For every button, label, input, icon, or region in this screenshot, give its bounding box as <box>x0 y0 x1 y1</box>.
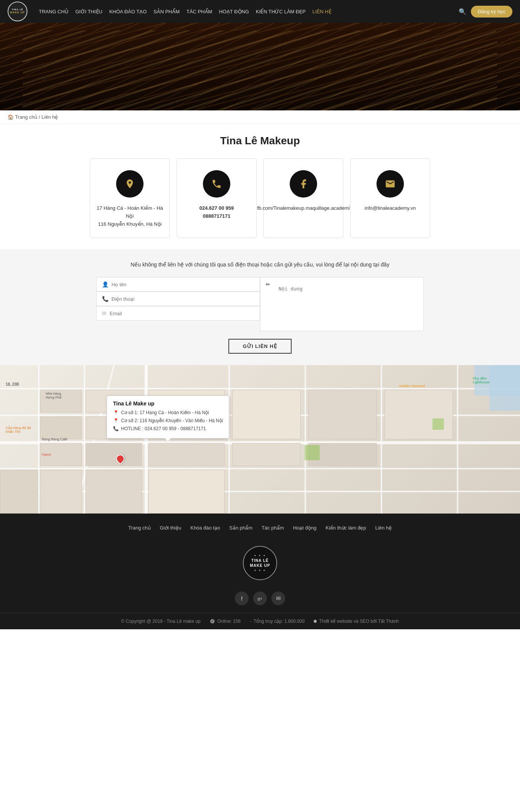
map-popup-address2: 📍 Cơ sở 2: 116 Nguyễn Khuyến - Văn Miếu … <box>113 418 223 424</box>
footer-logo-circle: ✦ ✦ ✦ TINA LÊ MAKE UP ✦ ✦ ✦ <box>243 546 277 580</box>
footer-nav-san-pham[interactable]: Sản phẩm <box>229 525 252 531</box>
map-popup-hotline: 📞 HOTLINE : 024.627 00 959 - 0888717171 <box>113 426 223 432</box>
message-icon: ✏ <box>266 281 270 287</box>
name-field: 👤 <box>96 277 260 292</box>
contact-card-phone: 024.627 00 959 0888717171 <box>177 158 257 238</box>
form-notice: Nếu không thể liên hệ với chúng tôi qua … <box>15 261 505 269</box>
breadcrumb: 🏠 Trang chủ / Liên hệ <box>0 110 520 124</box>
phone-text: 024.627 00 959 0888717171 <box>199 204 234 220</box>
logo[interactable]: TINA LÊ MAKE UP <box>8 2 27 21</box>
popup-phone-icon: 📞 <box>113 426 119 432</box>
footer: Trang chủ Giới thiệu Khóa đào tạo Sản ph… <box>0 514 520 629</box>
location-icon <box>116 170 144 198</box>
map-popup-arrow <box>165 438 171 441</box>
contact-form: 👤 📞 ✉ ✏ <box>96 277 424 331</box>
breadcrumb-current: Liên hệ <box>41 114 58 120</box>
nav-item-hoat-dong[interactable]: HOẠT ĐỘNG <box>219 9 249 14</box>
footer-nav-gioi-thieu[interactable]: Giới thiệu <box>160 525 181 531</box>
header: TINA LÊ MAKE UP TRANG CHỦ GIỚI THIỆU KHÓ… <box>0 0 520 23</box>
submit-button[interactable]: GỬI LIÊN HỆ <box>228 339 292 354</box>
email-field-icon: ✉ <box>102 310 107 316</box>
map-label-4: Reng Reng Café <box>42 437 67 441</box>
nav-item-lien-he[interactable]: LIÊN HỆ <box>313 9 332 14</box>
map-popup-address1: 📍 Cơ sở 1: 17 Hàng Cá - Hoàn Kiếm - Hà N… <box>113 410 223 416</box>
breadcrumb-separator: / <box>39 114 41 120</box>
name-input[interactable] <box>112 282 254 287</box>
main-nav: TRANG CHỦ GIỚI THIỆU KHÓA ĐÀO TẠO SẢN PH… <box>39 9 455 14</box>
nav-item-gioi-thieu[interactable]: GIỚI THIỆU <box>75 9 102 14</box>
message-field: ✏ <box>260 277 424 331</box>
nav-item-tac-pham[interactable]: TÁC PHẨM <box>187 9 212 14</box>
form-left-column: 👤 📞 ✉ <box>96 277 260 331</box>
map-label-golden: Golden Diamond <box>399 384 425 388</box>
map-placeholder: Tina Lê Make up 📍 Cơ sở 1: 17 Hàng Cá - … <box>0 365 520 514</box>
footer-nav-tac-pham[interactable]: Tác phẩm <box>262 525 284 531</box>
page-title: Tina Lê Makeup <box>0 124 520 155</box>
contact-card-email: info@tinaleacademy.vn <box>350 158 430 238</box>
footer-nav-khoa-dao-tao[interactable]: Khóa đào tạo <box>190 525 220 531</box>
map-label-hanoi: Hanoi <box>42 453 51 456</box>
facebook-icon <box>290 170 317 198</box>
nav-item-khoa-dao-tao[interactable]: KHÓA ĐÀO TẠO <box>109 9 147 14</box>
email-field: ✉ <box>96 306 260 321</box>
designed-by: Thiết kế website và SEO bởi Tất Thành <box>314 619 399 624</box>
submit-wrap: GỬI LIÊN HỆ <box>15 339 505 354</box>
googleplus-social-button[interactable]: g+ <box>253 592 267 605</box>
email-icon <box>376 170 404 198</box>
popup-location2-icon: 📍 <box>113 418 119 424</box>
facebook-social-button[interactable]: f <box>235 592 249 605</box>
facebook-text: fb.com/Tinalemakeup.maquillage.academi <box>257 204 349 212</box>
footer-nav-trang-chu[interactable]: Trang chủ <box>128 525 151 531</box>
map-popup-title: Tina Lê Make up <box>113 400 223 407</box>
search-icon[interactable]: 🔍 <box>459 8 466 15</box>
phone-field-icon: 📞 <box>102 296 108 302</box>
nav-item-kien-thuc[interactable]: KIẾN THỨC LÀM ĐẸP <box>256 9 306 14</box>
map-roads <box>0 365 520 514</box>
email-text: info@tinaleacademy.vn <box>365 204 416 212</box>
phone-input[interactable] <box>112 296 254 302</box>
nav-item-san-pham[interactable]: SẢN PHẨM <box>153 9 180 14</box>
map-label-lighthouse: Phụ đêmLighthouse <box>473 376 490 384</box>
contact-card-address: 17 Hàng Cá - Hoàn Kiếm - Hà Nội 116 Nguy… <box>90 158 170 238</box>
hero-image <box>0 23 520 110</box>
address-text: 17 Hàng Cá - Hoàn Kiếm - Hà Nội 116 Nguy… <box>96 204 164 228</box>
nav-item-trang-chu[interactable]: TRANG CHỦ <box>39 9 69 14</box>
contact-cards: 17 Hàng Cá - Hoàn Kiếm - Hà Nội 116 Nguy… <box>0 155 520 249</box>
nav-actions: 🔍 Đăng ký học <box>459 6 512 18</box>
footer-nav: Trang chủ Giới thiệu Khóa đào tạo Sản ph… <box>0 514 520 538</box>
logo-circle: TINA LÊ MAKE UP <box>8 2 27 21</box>
footer-bottom: © Copyright @ 2018 - Tina Lê make up Onl… <box>0 613 520 629</box>
email-input[interactable] <box>110 311 254 316</box>
map-label-2: Nhà HàngHưng Phố <box>46 392 62 399</box>
online-count: Online: 156 <box>210 619 241 624</box>
phone-field: 📞 <box>96 292 260 306</box>
footer-social: f g+ ✉ <box>0 588 520 613</box>
map-label-3: Cửa hàng đồ đáKhắc Tên <box>6 426 31 434</box>
home-icon: 🏠 <box>8 114 14 120</box>
contact-card-facebook: fb.com/Tinalemakeup.maquillage.academi <box>263 158 343 238</box>
textarea-wrap: ✏ <box>260 278 423 331</box>
map-section[interactable]: Tina Lê Make up 📍 Cơ sở 1: 17 Hàng Cá - … <box>0 365 520 514</box>
hero-banner <box>0 23 520 110</box>
total-access: - Tổng truy cập: 1.800.000 <box>250 619 305 624</box>
map-label-1: 18, 23B <box>6 382 19 386</box>
contact-form-section: Nếu không thể liên hệ với chúng tôi qua … <box>0 249 520 365</box>
copyright-text: © Copyright @ 2018 - Tina Lê make up <box>121 619 200 624</box>
footer-nav-hoat-dong[interactable]: Hoạt động <box>293 525 317 531</box>
footer-logo: ✦ ✦ ✦ TINA LÊ MAKE UP ✦ ✦ ✦ <box>0 538 520 588</box>
online-icon <box>210 619 215 624</box>
footer-nav-kien-thuc[interactable]: Kiến thức làm đẹp <box>325 525 366 531</box>
footer-nav-lien-he[interactable]: Liên hệ <box>375 525 392 531</box>
breadcrumb-home[interactable]: Trang chủ <box>15 114 37 120</box>
map-popup: Tina Lê Make up 📍 Cơ sở 1: 17 Hàng Cá - … <box>107 396 229 438</box>
phone-icon <box>203 170 230 198</box>
popup-location-icon: 📍 <box>113 410 119 416</box>
message-input[interactable] <box>273 281 418 327</box>
register-button[interactable]: Đăng ký học <box>471 6 512 18</box>
design-dot <box>314 620 317 623</box>
email-social-button[interactable]: ✉ <box>271 592 285 605</box>
name-icon: 👤 <box>102 281 108 287</box>
